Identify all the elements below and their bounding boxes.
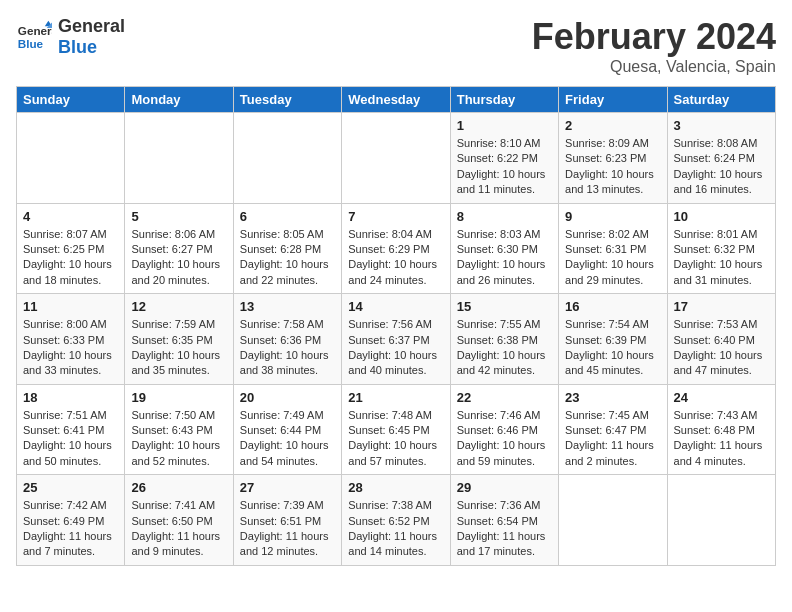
day-number: 26 bbox=[131, 480, 226, 495]
day-of-week-header: Thursday bbox=[450, 87, 558, 113]
day-info: Sunrise: 7:55 AM Sunset: 6:38 PM Dayligh… bbox=[457, 317, 552, 379]
day-info: Sunrise: 7:54 AM Sunset: 6:39 PM Dayligh… bbox=[565, 317, 660, 379]
day-info: Sunrise: 7:48 AM Sunset: 6:45 PM Dayligh… bbox=[348, 408, 443, 470]
day-of-week-header: Tuesday bbox=[233, 87, 341, 113]
day-number: 22 bbox=[457, 390, 552, 405]
day-number: 25 bbox=[23, 480, 118, 495]
calendar-cell bbox=[667, 475, 775, 566]
day-info: Sunrise: 7:53 AM Sunset: 6:40 PM Dayligh… bbox=[674, 317, 769, 379]
day-info: Sunrise: 7:42 AM Sunset: 6:49 PM Dayligh… bbox=[23, 498, 118, 560]
calendar-cell: 27Sunrise: 7:39 AM Sunset: 6:51 PM Dayli… bbox=[233, 475, 341, 566]
day-info: Sunrise: 7:36 AM Sunset: 6:54 PM Dayligh… bbox=[457, 498, 552, 560]
page-header: General Blue General Blue February 2024 … bbox=[16, 16, 776, 76]
day-of-week-header: Saturday bbox=[667, 87, 775, 113]
calendar-cell: 7Sunrise: 8:04 AM Sunset: 6:29 PM Daylig… bbox=[342, 203, 450, 294]
logo-text-blue: Blue bbox=[58, 37, 125, 58]
month-year: February 2024 bbox=[532, 16, 776, 58]
day-of-week-header: Friday bbox=[559, 87, 667, 113]
calendar-cell: 8Sunrise: 8:03 AM Sunset: 6:30 PM Daylig… bbox=[450, 203, 558, 294]
logo-icon: General Blue bbox=[16, 19, 52, 55]
day-info: Sunrise: 8:00 AM Sunset: 6:33 PM Dayligh… bbox=[23, 317, 118, 379]
day-info: Sunrise: 7:38 AM Sunset: 6:52 PM Dayligh… bbox=[348, 498, 443, 560]
day-number: 29 bbox=[457, 480, 552, 495]
calendar-cell: 17Sunrise: 7:53 AM Sunset: 6:40 PM Dayli… bbox=[667, 294, 775, 385]
day-info: Sunrise: 7:46 AM Sunset: 6:46 PM Dayligh… bbox=[457, 408, 552, 470]
calendar-cell bbox=[233, 113, 341, 204]
calendar-cell bbox=[17, 113, 125, 204]
day-of-week-header: Sunday bbox=[17, 87, 125, 113]
day-info: Sunrise: 7:45 AM Sunset: 6:47 PM Dayligh… bbox=[565, 408, 660, 470]
calendar-cell bbox=[559, 475, 667, 566]
day-info: Sunrise: 8:08 AM Sunset: 6:24 PM Dayligh… bbox=[674, 136, 769, 198]
day-info: Sunrise: 8:06 AM Sunset: 6:27 PM Dayligh… bbox=[131, 227, 226, 289]
day-number: 12 bbox=[131, 299, 226, 314]
day-number: 11 bbox=[23, 299, 118, 314]
calendar-cell: 10Sunrise: 8:01 AM Sunset: 6:32 PM Dayli… bbox=[667, 203, 775, 294]
logo: General Blue General Blue bbox=[16, 16, 125, 57]
day-info: Sunrise: 7:41 AM Sunset: 6:50 PM Dayligh… bbox=[131, 498, 226, 560]
calendar-cell: 28Sunrise: 7:38 AM Sunset: 6:52 PM Dayli… bbox=[342, 475, 450, 566]
calendar-cell: 4Sunrise: 8:07 AM Sunset: 6:25 PM Daylig… bbox=[17, 203, 125, 294]
day-number: 19 bbox=[131, 390, 226, 405]
calendar-cell: 19Sunrise: 7:50 AM Sunset: 6:43 PM Dayli… bbox=[125, 384, 233, 475]
day-info: Sunrise: 7:43 AM Sunset: 6:48 PM Dayligh… bbox=[674, 408, 769, 470]
day-info: Sunrise: 7:58 AM Sunset: 6:36 PM Dayligh… bbox=[240, 317, 335, 379]
day-number: 9 bbox=[565, 209, 660, 224]
day-info: Sunrise: 7:59 AM Sunset: 6:35 PM Dayligh… bbox=[131, 317, 226, 379]
calendar-cell: 11Sunrise: 8:00 AM Sunset: 6:33 PM Dayli… bbox=[17, 294, 125, 385]
calendar-cell: 24Sunrise: 7:43 AM Sunset: 6:48 PM Dayli… bbox=[667, 384, 775, 475]
day-number: 27 bbox=[240, 480, 335, 495]
day-number: 3 bbox=[674, 118, 769, 133]
calendar-cell: 16Sunrise: 7:54 AM Sunset: 6:39 PM Dayli… bbox=[559, 294, 667, 385]
day-number: 4 bbox=[23, 209, 118, 224]
day-info: Sunrise: 8:10 AM Sunset: 6:22 PM Dayligh… bbox=[457, 136, 552, 198]
calendar-cell: 9Sunrise: 8:02 AM Sunset: 6:31 PM Daylig… bbox=[559, 203, 667, 294]
calendar-cell: 21Sunrise: 7:48 AM Sunset: 6:45 PM Dayli… bbox=[342, 384, 450, 475]
day-number: 13 bbox=[240, 299, 335, 314]
day-info: Sunrise: 7:51 AM Sunset: 6:41 PM Dayligh… bbox=[23, 408, 118, 470]
calendar-cell: 20Sunrise: 7:49 AM Sunset: 6:44 PM Dayli… bbox=[233, 384, 341, 475]
day-info: Sunrise: 8:04 AM Sunset: 6:29 PM Dayligh… bbox=[348, 227, 443, 289]
calendar-cell: 26Sunrise: 7:41 AM Sunset: 6:50 PM Dayli… bbox=[125, 475, 233, 566]
day-info: Sunrise: 8:05 AM Sunset: 6:28 PM Dayligh… bbox=[240, 227, 335, 289]
day-info: Sunrise: 8:07 AM Sunset: 6:25 PM Dayligh… bbox=[23, 227, 118, 289]
calendar-table: SundayMondayTuesdayWednesdayThursdayFrid… bbox=[16, 86, 776, 566]
day-info: Sunrise: 8:02 AM Sunset: 6:31 PM Dayligh… bbox=[565, 227, 660, 289]
day-of-week-header: Wednesday bbox=[342, 87, 450, 113]
day-number: 2 bbox=[565, 118, 660, 133]
day-info: Sunrise: 7:50 AM Sunset: 6:43 PM Dayligh… bbox=[131, 408, 226, 470]
day-number: 28 bbox=[348, 480, 443, 495]
calendar-week-row: 11Sunrise: 8:00 AM Sunset: 6:33 PM Dayli… bbox=[17, 294, 776, 385]
calendar-cell: 2Sunrise: 8:09 AM Sunset: 6:23 PM Daylig… bbox=[559, 113, 667, 204]
day-number: 16 bbox=[565, 299, 660, 314]
calendar-cell bbox=[342, 113, 450, 204]
calendar-week-row: 18Sunrise: 7:51 AM Sunset: 6:41 PM Dayli… bbox=[17, 384, 776, 475]
calendar-header-row: SundayMondayTuesdayWednesdayThursdayFrid… bbox=[17, 87, 776, 113]
day-info: Sunrise: 7:49 AM Sunset: 6:44 PM Dayligh… bbox=[240, 408, 335, 470]
day-info: Sunrise: 7:39 AM Sunset: 6:51 PM Dayligh… bbox=[240, 498, 335, 560]
calendar-cell: 29Sunrise: 7:36 AM Sunset: 6:54 PM Dayli… bbox=[450, 475, 558, 566]
calendar-cell: 22Sunrise: 7:46 AM Sunset: 6:46 PM Dayli… bbox=[450, 384, 558, 475]
day-number: 14 bbox=[348, 299, 443, 314]
calendar-cell: 1Sunrise: 8:10 AM Sunset: 6:22 PM Daylig… bbox=[450, 113, 558, 204]
calendar-cell bbox=[125, 113, 233, 204]
day-info: Sunrise: 7:56 AM Sunset: 6:37 PM Dayligh… bbox=[348, 317, 443, 379]
calendar-cell: 12Sunrise: 7:59 AM Sunset: 6:35 PM Dayli… bbox=[125, 294, 233, 385]
day-number: 5 bbox=[131, 209, 226, 224]
day-number: 17 bbox=[674, 299, 769, 314]
day-of-week-header: Monday bbox=[125, 87, 233, 113]
day-number: 20 bbox=[240, 390, 335, 405]
day-info: Sunrise: 8:09 AM Sunset: 6:23 PM Dayligh… bbox=[565, 136, 660, 198]
day-number: 15 bbox=[457, 299, 552, 314]
calendar-cell: 18Sunrise: 7:51 AM Sunset: 6:41 PM Dayli… bbox=[17, 384, 125, 475]
day-number: 18 bbox=[23, 390, 118, 405]
day-number: 21 bbox=[348, 390, 443, 405]
calendar-cell: 23Sunrise: 7:45 AM Sunset: 6:47 PM Dayli… bbox=[559, 384, 667, 475]
calendar-cell: 3Sunrise: 8:08 AM Sunset: 6:24 PM Daylig… bbox=[667, 113, 775, 204]
day-number: 24 bbox=[674, 390, 769, 405]
day-number: 7 bbox=[348, 209, 443, 224]
day-number: 10 bbox=[674, 209, 769, 224]
calendar-week-row: 25Sunrise: 7:42 AM Sunset: 6:49 PM Dayli… bbox=[17, 475, 776, 566]
day-number: 6 bbox=[240, 209, 335, 224]
day-number: 1 bbox=[457, 118, 552, 133]
